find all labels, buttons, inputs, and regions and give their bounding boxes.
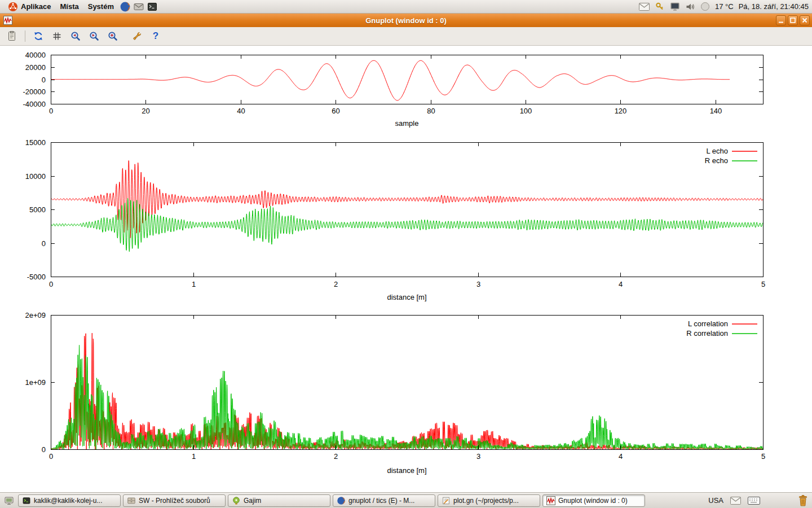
x-tick-label: 0 [49,452,53,461]
x-tick-label: 100 [520,107,532,115]
ubuntu-logo-icon [8,2,18,12]
x-tick-label: 3 [476,280,480,288]
x-axis-label: distance [m] [387,293,426,301]
copy-clipboard-button[interactable] [5,29,19,43]
weather-icon [700,2,710,11]
keyboard-icon[interactable] [748,497,760,505]
help-icon: ? [153,30,158,42]
mail-launcher[interactable] [132,0,145,14]
firefox-launcher[interactable] [118,0,132,14]
refresh-icon [33,30,44,42]
series-r-correlation [51,345,763,449]
zoom-next-button[interactable] [87,29,102,43]
chart-echo[interactable]: 012345-5000050001000015000distance [m]L … [0,134,812,308]
legend-label: L echo [706,147,728,155]
legend-label: R correlation [686,329,728,338]
mail-icon[interactable] [730,497,741,505]
show-desktop-icon [4,496,14,506]
x-tick-label: 4 [619,452,623,461]
configure-button[interactable] [130,29,144,43]
y-tick-label: -5000 [27,273,46,281]
menu-places-label: Místa [60,2,78,11]
legend-label: R echo [705,156,728,165]
chart-correlation[interactable]: 01234501e+092e+09distance [m]L correlati… [0,308,812,481]
y-tick-label: -20000 [23,87,46,96]
window-title: Gnuplot (window id : 0) [365,16,447,25]
x-tick-label: 1 [192,280,196,288]
toolbar-separator [25,30,25,42]
panel-left: Aplikace Místa Systém [3,0,159,13]
keyboard-layout-indicator[interactable]: USA [708,496,723,505]
y-tick-label: -40000 [23,100,46,108]
y-tick-label: 40000 [25,51,46,59]
y-tick-label: 1e+09 [25,378,46,387]
display-icon[interactable] [670,2,680,11]
x-tick-label: 4 [619,280,623,288]
bottom-taskbar: kaklik@kaklik-kolej-u... SW - Prohlížeč … [0,492,812,508]
task-label: Gnuplot (window id : 0) [558,497,628,505]
temperature-label[interactable]: 17 °C [715,2,734,11]
volume-icon[interactable] [685,2,695,12]
mail-icon [133,1,144,12]
y-tick-label: 5000 [29,205,46,214]
close-button[interactable] [800,15,810,25]
autoscale-button[interactable] [105,29,120,43]
minimize-button[interactable] [776,15,786,25]
maximize-button[interactable] [788,15,798,25]
autoscale-icon [107,30,118,42]
menu-places[interactable]: Místa [55,0,83,13]
x-tick-label: 5 [761,452,765,461]
menu-applications[interactable]: Aplikace [3,0,55,13]
file-manager-icon [127,496,136,505]
legend-label: L correlation [688,319,728,328]
zoom-previous-icon [70,30,81,42]
taskbar-task-text-editor[interactable]: plot.gn (~/projects/p... [438,494,540,507]
terminal-icon [22,496,31,505]
replot-button[interactable] [31,29,46,43]
series-l-echo [51,161,763,238]
panel-right: 17 °C Pá, 18. září, 21:40:45 [639,0,809,13]
show-desktop-button[interactable] [2,494,16,507]
window-titlebar[interactable]: Gnuplot (window id : 0) [0,14,812,27]
terminal-icon [147,1,158,12]
taskbar-task-gnuplot[interactable]: Gnuplot (window id : 0) [542,494,645,507]
help-button[interactable]: ? [148,29,163,43]
top-panel: Aplikace Místa Systém [0,0,812,14]
minimize-icon [778,17,784,24]
x-tick-label: 2 [334,280,338,288]
taskbar-task-file-manager[interactable]: SW - Prohlížeč souborů [123,494,226,507]
menu-system-label: Systém [88,2,114,11]
mail-notification-icon[interactable] [639,3,650,11]
taskbar-task-gajim[interactable]: Gajim [228,494,330,507]
firefox-icon [337,496,346,505]
task-label: Gajim [244,497,261,505]
weather-applet[interactable] [700,2,710,11]
menu-system[interactable]: Systém [83,0,118,13]
grid-icon [51,30,63,42]
toggle-grid-button[interactable] [50,29,64,43]
y-tick-label: 2e+09 [25,311,46,319]
task-label: kaklik@kaklik-kolej-u... [34,497,103,505]
window-buttons [776,15,810,25]
trash-icon[interactable] [797,494,809,507]
x-tick-label: 120 [615,107,627,115]
x-tick-label: 60 [332,107,339,115]
terminal-launcher[interactable] [145,0,159,14]
gnuplot-toolbar: ? [0,27,812,46]
desktop: Aplikace Místa Systém [0,0,812,508]
taskbar-task-terminal[interactable]: kaklik@kaklik-kolej-u... [18,494,121,507]
x-tick-label: 5 [761,280,765,288]
plot-border [51,55,763,104]
close-icon [801,17,808,24]
wrench-icon [131,30,143,42]
y-tick-label: 15000 [25,138,46,147]
clock-label[interactable]: Pá, 18. září, 21:40:45 [739,2,809,11]
keys-icon[interactable] [655,2,665,12]
zoom-previous-button[interactable] [68,29,83,43]
chart-signal[interactable]: 020406080100120140-40000-200000200004000… [0,46,812,134]
taskbar-task-firefox[interactable]: gnuplot / tics (E) - M... [333,494,435,507]
x-tick-label: 2 [334,452,338,461]
plot-border [51,142,763,277]
task-label: plot.gn (~/projects/p... [453,497,519,505]
x-tick-label: 140 [710,107,722,115]
